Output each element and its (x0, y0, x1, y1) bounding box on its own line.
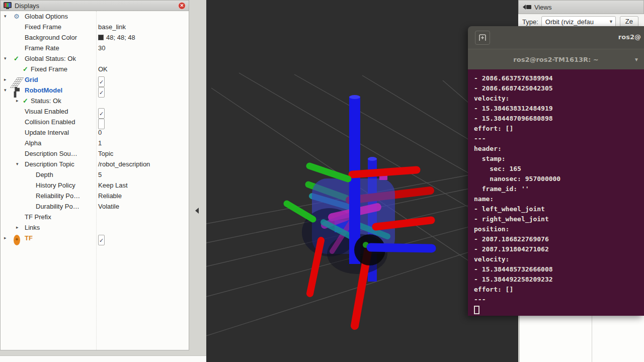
terminal-line: - 15.384492258209232 (474, 275, 644, 285)
property-value[interactable]: base_link (98, 22, 126, 32)
tree-row[interactable]: Frame Rate30 (1, 43, 189, 53)
displays-tree: ▾⚙Global OptionsFixed Framebase_linkBack… (0, 11, 189, 350)
tab-chevron-down-icon[interactable]: ▼ (634, 49, 639, 70)
terminal-screen[interactable]: - 2086.6637576389994- 2086.6687425042305… (468, 69, 644, 316)
panel-collapse-arrow-icon[interactable] (195, 208, 199, 214)
expand-arrow-icon[interactable]: ▸ (4, 233, 7, 243)
views-saved-list[interactable] (519, 316, 644, 362)
terminal-window[interactable]: ros2@ ros2@ros2-TM1613R: ~ ▼ - 2086.6637… (468, 26, 644, 316)
property-label: Status: Ok (31, 96, 61, 106)
zero-button[interactable]: Ze (620, 16, 638, 27)
tree-row[interactable]: Fixed Framebase_link (1, 22, 189, 32)
terminal-tab-bar[interactable]: ros2@ros2-TM1613R: ~ ▼ (468, 49, 644, 69)
tree-row[interactable]: Visual Enabled✓ (1, 106, 189, 117)
property-value[interactable]: Reliable (98, 191, 122, 201)
property-label: Alpha (25, 138, 41, 148)
view-type-value: Orbit (rviz_defau (545, 18, 594, 26)
new-tab-button[interactable] (475, 31, 490, 45)
terminal-line: position: (474, 224, 644, 234)
expand-arrow-icon[interactable]: ▾ (16, 159, 19, 169)
displays-panel-header[interactable]: Displays ✕ (0, 0, 189, 11)
expand-arrow-icon[interactable]: ▸ (16, 96, 19, 106)
tree-row[interactable]: Collision Enabled (1, 117, 189, 127)
tree-row[interactable]: ▸✓Status: Ok (1, 96, 189, 106)
tree-row[interactable]: Reliability Po…Reliable (1, 191, 189, 201)
terminal-line: - 15.384487096680898 (474, 114, 644, 124)
tree-row[interactable]: ✓Fixed FrameOK (1, 64, 189, 74)
terminal-line: - 15.384638312484919 (474, 104, 644, 114)
tree-row[interactable]: ▾Description Topic/robot_description (1, 159, 189, 169)
terminal-line: header: (474, 144, 644, 154)
tree-row[interactable]: History PolicyKeep Last (1, 180, 189, 191)
terminal-line: velocity: (474, 94, 644, 104)
tree-row[interactable]: Depth5 (1, 169, 189, 180)
terminal-titlebar[interactable]: ros2@ (468, 26, 644, 49)
terminal-line: --- (474, 295, 644, 305)
close-icon[interactable]: ✕ (178, 2, 186, 10)
view-type-dropdown[interactable]: Orbit (rviz_defau ▼ (541, 16, 616, 27)
bottom-panel-edge (0, 355, 206, 362)
tree-row[interactable]: Description Sou…Topic (1, 148, 189, 159)
terminal-line: - 2087.186822769076 (474, 234, 644, 244)
property-label: TF Prefix (25, 212, 51, 222)
tree-row[interactable]: Background Color48; 48; 48 (1, 32, 189, 43)
terminal-window-title: ros2@ (618, 33, 641, 41)
tree-row[interactable]: Alpha1 (1, 138, 189, 148)
tree-row[interactable]: ▾RobotModel✓ (1, 85, 189, 96)
terminal-line: - 2086.6637576389994 (474, 73, 644, 83)
expand-arrow-icon[interactable]: ▸ (4, 74, 7, 85)
property-label: Frame Rate (25, 43, 59, 53)
terminal-line: effort: [] (474, 285, 644, 295)
property-label: Depth (36, 169, 53, 180)
displays-icon (4, 2, 12, 10)
view-type-label: Type: (522, 18, 538, 26)
property-value[interactable]: 5 (98, 169, 102, 180)
terminal-line: sec: 165 (474, 164, 644, 174)
property-value[interactable]: Keep Last (98, 180, 128, 191)
expand-arrow-icon[interactable]: ▸ (16, 222, 19, 233)
property-checkbox[interactable]: ✓ (98, 235, 105, 245)
terminal-line: --- (474, 134, 644, 144)
new-tab-icon (478, 34, 487, 41)
tree-row[interactable]: ▸Links (1, 222, 189, 233)
property-value[interactable]: 0 (98, 127, 102, 138)
terminal-line: effort: [] (474, 124, 644, 134)
terminal-line: - 2086.6687425042305 (474, 83, 644, 94)
property-label: Grid (25, 74, 38, 85)
terminal-line: - right_wheel_joint (474, 214, 644, 224)
property-label: Reliability Po… (36, 191, 80, 201)
property-value[interactable]: 48; 48; 48 (98, 32, 135, 43)
tree-row[interactable]: ▸Grid✓ (1, 74, 189, 85)
check-icon: ✓ (23, 96, 28, 106)
views-list-divider (592, 316, 592, 362)
views-camera-icon (523, 4, 531, 10)
property-value[interactable]: 30 (98, 43, 105, 53)
property-value[interactable]: Topic (98, 148, 113, 159)
terminal-line: velocity: (474, 254, 644, 264)
expand-arrow-icon[interactable]: ▾ (4, 53, 7, 64)
property-label: Fixed Frame (25, 22, 61, 32)
tree-row[interactable]: ▸TF✓ (1, 233, 189, 243)
property-label: Fixed Frame (31, 64, 67, 74)
expand-arrow-icon[interactable]: ▾ (4, 85, 7, 96)
property-label: Description Sou… (25, 148, 77, 159)
property-value[interactable]: Volatile (98, 201, 119, 212)
tree-row[interactable]: Durability Po…Volatile (1, 201, 189, 212)
displays-panel-title: Displays (15, 2, 178, 10)
property-label: History Policy (36, 180, 75, 191)
tree-row[interactable]: ▾✓Global Status: Ok (1, 53, 189, 64)
property-value[interactable]: OK (98, 64, 108, 74)
property-value[interactable]: 1 (98, 138, 102, 148)
terminal-tab-title[interactable]: ros2@ros2-TM1613R: ~ (513, 56, 598, 63)
views-panel-header[interactable]: Views (518, 0, 644, 14)
tree-row[interactable]: Update Interval0 (1, 127, 189, 138)
displays-panel: Displays ✕ ▾⚙Global OptionsFixed Frameba… (0, 0, 189, 348)
property-label: Global Options (25, 11, 68, 22)
expand-arrow-icon[interactable]: ▾ (4, 11, 7, 22)
property-label: Update Interval (25, 127, 69, 138)
gear-icon: ⚙ (14, 11, 20, 22)
property-value[interactable]: /robot_description (98, 159, 150, 169)
tree-row[interactable]: ▾⚙Global Options (1, 11, 189, 22)
tree-row[interactable]: TF Prefix (1, 212, 189, 222)
terminal-line: name: (474, 194, 644, 204)
